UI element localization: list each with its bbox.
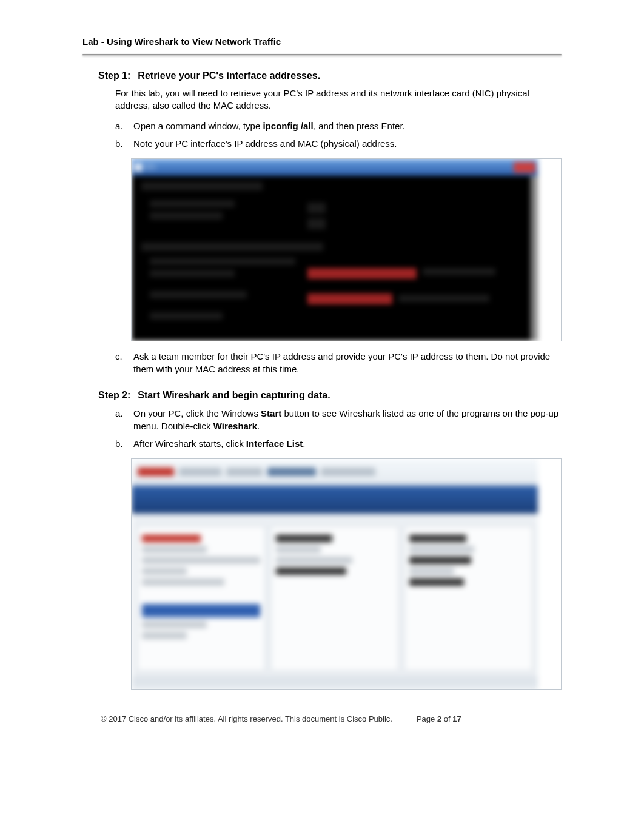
list-letter-b: b. bbox=[115, 137, 125, 150]
ws-banner bbox=[132, 486, 538, 514]
step1-c-text: Ask a team member for their PC's IP addr… bbox=[133, 350, 562, 375]
step2-b-pre: After Wireshark starts, click bbox=[133, 438, 246, 449]
ws-item bbox=[142, 621, 207, 628]
ws-statusbar bbox=[132, 677, 538, 689]
cmd-title-text: C:\ bbox=[146, 163, 155, 172]
ws-item bbox=[276, 568, 347, 575]
ws-toolbar-item bbox=[267, 468, 316, 476]
step2-b-text: After Wireshark starts, click Interface … bbox=[133, 437, 562, 450]
footer-page-mid: of bbox=[441, 714, 452, 723]
step2-a-pre: On your PC, click the Windows bbox=[133, 408, 261, 418]
step1-a-text: Open a command window, type ipconfig /al… bbox=[133, 119, 562, 132]
ws-column-files bbox=[270, 526, 400, 671]
step2-a-post: . bbox=[257, 421, 260, 431]
ws-item bbox=[142, 535, 201, 542]
page-footer: © 2017 Cisco and/or its affiliates. All … bbox=[101, 714, 562, 723]
list-letter-c: c. bbox=[115, 350, 125, 375]
step-2-label: Step 2: bbox=[98, 390, 130, 401]
step2-a-text: On your PC, click the Windows Start butt… bbox=[133, 407, 562, 432]
list-item: b. Note your PC interface's IP address a… bbox=[115, 137, 562, 150]
step2-b-b1: Interface List bbox=[246, 438, 303, 449]
step-2-title: Start Wireshark and begin capturing data… bbox=[138, 390, 330, 400]
ws-toolbar bbox=[132, 459, 538, 486]
list-letter-a2: a. bbox=[115, 407, 125, 432]
ws-item bbox=[142, 568, 187, 575]
step-1-label: Step 1: bbox=[98, 70, 130, 81]
step1-a-post: , and then press Enter. bbox=[314, 121, 405, 131]
footer-page: Page 2 of 17 bbox=[417, 714, 461, 723]
cmd-window-icon bbox=[134, 163, 143, 172]
step1-a-pre: Open a command window, type bbox=[133, 121, 263, 131]
header-rule bbox=[82, 54, 562, 56]
page-header-title: Lab - Using Wireshark to View Network Tr… bbox=[82, 36, 562, 54]
ws-item bbox=[409, 535, 466, 542]
ws-column-capture bbox=[136, 526, 266, 671]
ipconfig-screenshot: C:\ bbox=[131, 158, 562, 341]
close-icon bbox=[514, 162, 535, 173]
ws-logo-icon bbox=[138, 468, 174, 476]
ws-toolbar-item bbox=[321, 468, 375, 476]
cmd-titlebar: C:\ bbox=[132, 159, 538, 176]
ws-highlight bbox=[142, 604, 260, 617]
ws-item bbox=[142, 632, 187, 639]
cmd-body bbox=[132, 176, 538, 341]
list-item: a. Open a command window, type ipconfig … bbox=[115, 119, 562, 132]
ws-column-online bbox=[404, 526, 533, 671]
footer-page-total: 17 bbox=[452, 714, 461, 723]
ws-item bbox=[409, 557, 471, 564]
ws-toolbar-item bbox=[179, 468, 221, 476]
list-item: b. After Wireshark starts, click Interfa… bbox=[115, 437, 562, 450]
ws-item bbox=[142, 578, 224, 586]
step-1-intro: For this lab, you will need to retrieve … bbox=[115, 87, 562, 112]
step1-a-cmd: ipconfig /all bbox=[263, 121, 313, 131]
list-letter-a: a. bbox=[115, 119, 125, 132]
step-1-title: Retrieve your PC's interface addresses. bbox=[138, 70, 320, 81]
cmd-scrollbar bbox=[531, 176, 538, 341]
step-1-heading: Step 1:Retrieve your PC's interface addr… bbox=[98, 70, 562, 81]
footer-copyright: © 2017 Cisco and/or its affiliates. All … bbox=[101, 714, 392, 723]
step2-a-b1: Start bbox=[261, 408, 281, 418]
ws-item bbox=[276, 557, 353, 564]
ws-item bbox=[276, 546, 321, 553]
step1-b-text: Note your PC interface's IP address and … bbox=[133, 137, 562, 150]
ws-item bbox=[409, 578, 464, 586]
footer-page-pre: Page bbox=[417, 714, 437, 723]
ws-item bbox=[142, 546, 207, 553]
ws-item bbox=[142, 557, 260, 564]
ws-item bbox=[409, 546, 474, 553]
wireshark-screenshot bbox=[131, 458, 562, 690]
ws-toolbar-item bbox=[226, 468, 263, 476]
list-item: a. On your PC, click the Windows Start b… bbox=[115, 407, 562, 432]
step2-b-post: . bbox=[303, 438, 305, 449]
step2-a-b2: Wireshark bbox=[213, 421, 257, 431]
list-item: c. Ask a team member for their PC's IP a… bbox=[115, 350, 562, 375]
step-2-heading: Step 2:Start Wireshark and begin capturi… bbox=[98, 390, 562, 401]
ws-item bbox=[276, 535, 332, 542]
list-letter-b2: b. bbox=[115, 437, 125, 450]
ws-item bbox=[409, 568, 454, 575]
